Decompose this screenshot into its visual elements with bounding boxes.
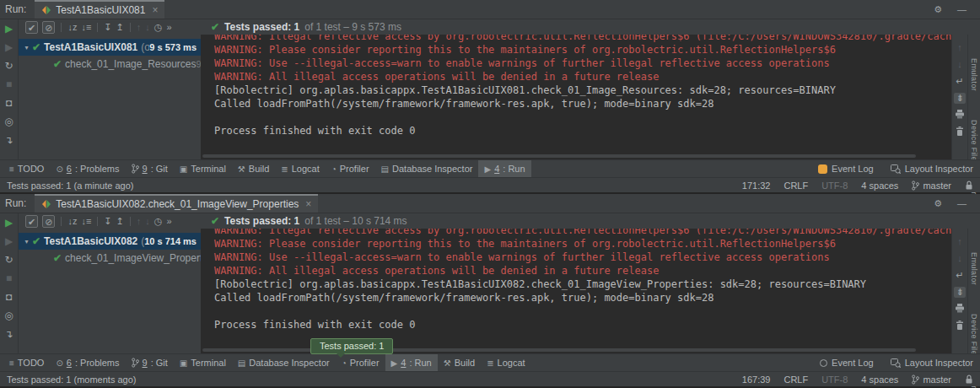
horizontal-scrollbar[interactable] bbox=[202, 154, 916, 158]
up-stacktrace-icon[interactable]: ↑ bbox=[957, 42, 962, 53]
test-tree-row-child[interactable]: ✔ check_01_ImageView_Properties 10 s 714… bbox=[19, 250, 201, 267]
jump-to-source-icon[interactable]: ↴ bbox=[4, 329, 13, 340]
toolwindow-button-run[interactable]: ▶4: Run bbox=[478, 160, 530, 177]
toolwindow-button-build[interactable]: ⚒Build bbox=[438, 354, 481, 371]
toolwindow-button-git[interactable]: 9: Git bbox=[126, 354, 174, 371]
previous-failed-test-icon[interactable]: ↑ bbox=[137, 21, 142, 33]
rerun-failed-tests-icon[interactable]: ▶ bbox=[5, 42, 13, 53]
toolwindow-button-database-inspector[interactable]: ▤Database Inspector bbox=[232, 354, 336, 371]
layout-inspector-button[interactable]: Layout Inspector bbox=[891, 358, 973, 368]
rerun-tests-icon[interactable]: ▶ bbox=[5, 24, 13, 35]
expand-all-icon[interactable]: ↧ bbox=[104, 21, 111, 33]
toolwindow-button-todo[interactable]: ≡TODO bbox=[3, 160, 50, 177]
minimize-icon[interactable]: — bbox=[957, 197, 967, 209]
sort-by-duration-icon[interactable]: ↓≡ bbox=[81, 215, 91, 227]
print-icon[interactable] bbox=[956, 110, 964, 121]
toolwindow-button-database-inspector[interactable]: ▤Database Inspector bbox=[375, 160, 479, 177]
lock-icon[interactable] bbox=[965, 181, 973, 190]
sort-alphabetically-icon[interactable]: ↓z bbox=[67, 21, 77, 33]
horizontal-scrollbar[interactable] bbox=[202, 348, 916, 352]
previous-failed-test-icon[interactable]: ↑ bbox=[137, 215, 142, 227]
test-history-icon[interactable]: ◷ bbox=[154, 21, 163, 33]
toolwindow-button-git[interactable]: 9: Git bbox=[126, 160, 174, 177]
more-toolbar-icon[interactable]: » bbox=[166, 215, 171, 227]
sort-alphabetically-icon[interactable]: ↓z bbox=[67, 215, 77, 227]
next-failed-test-icon[interactable]: ↓ bbox=[145, 21, 150, 33]
attach-profiler-icon[interactable]: ◎ bbox=[4, 310, 13, 321]
test-history-icon[interactable]: ◷ bbox=[154, 215, 163, 227]
show-ignored-icon[interactable]: ⊘ bbox=[42, 21, 55, 34]
lock-icon[interactable] bbox=[965, 375, 973, 384]
close-tab-icon[interactable]: × bbox=[152, 4, 158, 16]
gear-icon[interactable]: ⚙ bbox=[934, 3, 942, 15]
dock-item-emulator[interactable]: Emulator bbox=[970, 58, 978, 91]
toolwindow-button-todo[interactable]: ≡TODO bbox=[3, 354, 50, 371]
down-stacktrace-icon[interactable]: ↓ bbox=[957, 59, 962, 70]
print-icon[interactable] bbox=[956, 304, 964, 315]
down-stacktrace-icon[interactable]: ↓ bbox=[957, 253, 962, 264]
expand-all-icon[interactable]: ↧ bbox=[104, 215, 111, 227]
toggle-auto-test-icon[interactable]: ↻ bbox=[4, 61, 13, 72]
toolwindow-button-problems[interactable]: ⊙6: Problems bbox=[50, 160, 125, 177]
file-encoding[interactable]: UTF-8 bbox=[821, 181, 848, 191]
dump-threads-icon[interactable]: ◘ bbox=[6, 292, 12, 303]
toolwindow-button-logcat[interactable]: ≣Logcat bbox=[481, 354, 530, 371]
rerun-failed-tests-icon[interactable]: ▶ bbox=[5, 236, 13, 247]
event-log-button[interactable]: Event Log bbox=[818, 164, 874, 174]
collapse-all-icon[interactable]: ↥ bbox=[116, 21, 124, 33]
dump-threads-icon[interactable]: ◘ bbox=[6, 98, 12, 109]
show-passed-icon[interactable]: ✔ bbox=[25, 21, 38, 34]
toolwindow-button-run[interactable]: ▶4: Run bbox=[385, 354, 438, 371]
toolwindow-button-logcat[interactable]: ≣Logcat bbox=[275, 160, 325, 177]
rerun-tests-icon[interactable]: ▶ bbox=[5, 218, 13, 229]
line-ending[interactable]: CRLF bbox=[783, 181, 808, 191]
collapse-all-icon[interactable]: ↥ bbox=[116, 215, 124, 227]
stop-icon[interactable]: ■ bbox=[6, 79, 12, 90]
gear-icon[interactable]: ⚙ bbox=[934, 197, 942, 209]
scroll-to-end-icon[interactable]: ⇟ bbox=[954, 93, 965, 104]
indent-setting[interactable]: 4 spaces bbox=[861, 375, 898, 385]
next-failed-test-icon[interactable]: ↓ bbox=[145, 215, 150, 227]
more-toolbar-icon[interactable]: » bbox=[166, 21, 171, 33]
chevron-down-icon[interactable]: ▾ bbox=[21, 44, 32, 51]
minimize-icon[interactable]: — bbox=[957, 3, 967, 15]
caret-position[interactable]: 171:32 bbox=[742, 181, 771, 191]
dock-item-emulator[interactable]: Emulator bbox=[970, 252, 978, 285]
test-tree-row-root[interactable]: ▾ ✔ TestA1BasicUIX082 (org.aplas.basica … bbox=[19, 233, 201, 250]
test-tree-row-child[interactable]: ✔ check_01_Image_Resources 9 s 573 ms bbox=[19, 56, 201, 73]
caret-position[interactable]: 167:39 bbox=[742, 375, 771, 385]
clear-console-trash-icon[interactable] bbox=[956, 127, 964, 137]
sort-by-duration-icon[interactable]: ↓≡ bbox=[81, 21, 91, 33]
soft-wrap-icon[interactable]: ↵ bbox=[956, 270, 963, 281]
layout-inspector-button[interactable]: Layout Inspector bbox=[891, 164, 973, 174]
jump-to-source-icon[interactable]: ↴ bbox=[4, 135, 13, 146]
scroll-to-end-icon[interactable]: ⇟ bbox=[954, 287, 965, 298]
soft-wrap-icon[interactable]: ↵ bbox=[956, 76, 963, 87]
event-log-button[interactable]: Event Log bbox=[820, 358, 874, 368]
toolwindow-button-terminal[interactable]: ▣Terminal bbox=[174, 160, 232, 177]
indent-setting[interactable]: 4 spaces bbox=[861, 181, 898, 191]
show-passed-icon[interactable]: ✔ bbox=[25, 215, 38, 228]
clear-console-trash-icon[interactable] bbox=[956, 321, 964, 331]
line-ending[interactable]: CRLF bbox=[783, 375, 808, 385]
close-tab-icon[interactable]: × bbox=[305, 198, 311, 210]
run-config-icon bbox=[41, 199, 51, 209]
chevron-down-icon[interactable]: ▾ bbox=[21, 238, 32, 245]
console-line: WARNING: All illegal access operations w… bbox=[214, 70, 951, 84]
up-stacktrace-icon[interactable]: ↑ bbox=[957, 236, 962, 247]
toolwindow-button-problems[interactable]: ⊙6: Problems bbox=[50, 354, 125, 371]
run-config-tab[interactable]: TestA1BasicUIX082.check_01_ImageView_Pro… bbox=[35, 194, 318, 213]
show-ignored-icon[interactable]: ⊘ bbox=[42, 215, 55, 228]
run-config-tab[interactable]: TestA1BasicUIX081 × bbox=[35, 0, 164, 19]
file-encoding[interactable]: UTF-8 bbox=[821, 375, 848, 385]
toolwindow-button-terminal[interactable]: ▣Terminal bbox=[174, 354, 232, 371]
toolwindow-button-profiler[interactable]: ◔Profiler bbox=[326, 160, 375, 177]
stop-icon[interactable]: ■ bbox=[6, 273, 12, 284]
toolwindow-button-build[interactable]: ⚒Build bbox=[232, 160, 275, 177]
toggle-auto-test-icon[interactable]: ↻ bbox=[4, 255, 13, 266]
test-tree-row-root[interactable]: ▾ ✔ TestA1BasicUIX081 (org.aplas.basica … bbox=[19, 39, 201, 56]
console-output: WARNING: Illegal reflective access by or… bbox=[201, 35, 951, 159]
attach-profiler-icon[interactable]: ◎ bbox=[4, 116, 13, 127]
git-branch-widget[interactable]: master bbox=[912, 181, 951, 191]
git-branch-widget[interactable]: master bbox=[912, 375, 951, 385]
